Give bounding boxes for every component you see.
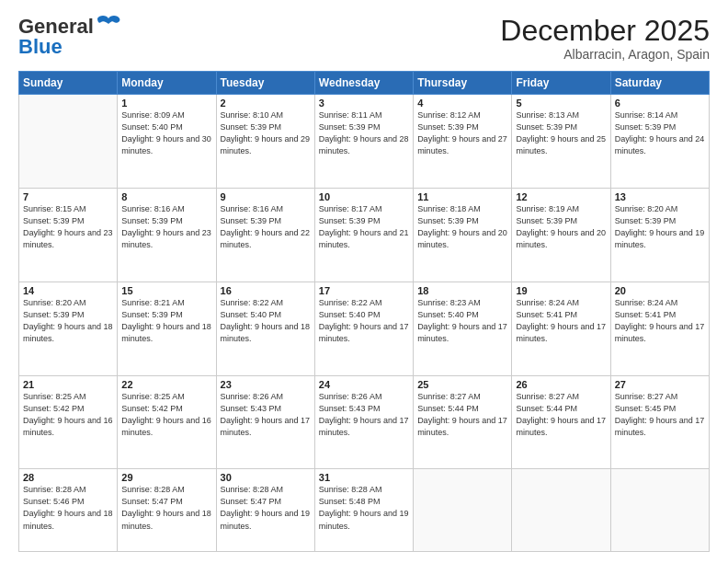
day-info: Sunrise: 8:24 AMSunset: 5:41 PMDaylight:… <box>516 297 606 345</box>
day-info: Sunrise: 8:23 AMSunset: 5:40 PMDaylight:… <box>417 297 507 345</box>
calendar-cell: 3Sunrise: 8:11 AMSunset: 5:39 PMDaylight… <box>314 95 413 189</box>
calendar-cell: 10Sunrise: 8:17 AMSunset: 5:39 PMDayligh… <box>314 188 413 282</box>
calendar-cell: 17Sunrise: 8:22 AMSunset: 5:40 PMDayligh… <box>314 282 413 375</box>
calendar-cell <box>414 469 512 552</box>
weekday-header: Sunday <box>19 72 118 95</box>
calendar-cell: 13Sunrise: 8:20 AMSunset: 5:39 PMDayligh… <box>610 188 709 282</box>
day-number: 17 <box>319 285 409 296</box>
calendar-week-row: 21Sunrise: 8:25 AMSunset: 5:42 PMDayligh… <box>19 375 710 469</box>
day-info: Sunrise: 8:17 AMSunset: 5:39 PMDaylight:… <box>319 203 409 251</box>
weekday-header: Monday <box>118 72 216 95</box>
calendar-cell: 24Sunrise: 8:26 AMSunset: 5:43 PMDayligh… <box>314 375 413 469</box>
day-number: 26 <box>516 379 606 390</box>
calendar-cell: 18Sunrise: 8:23 AMSunset: 5:40 PMDayligh… <box>414 282 512 375</box>
calendar-cell: 1Sunrise: 8:09 AMSunset: 5:40 PMDaylight… <box>118 95 216 189</box>
day-info: Sunrise: 8:19 AMSunset: 5:39 PMDaylight:… <box>516 203 606 251</box>
calendar-cell: 12Sunrise: 8:19 AMSunset: 5:39 PMDayligh… <box>512 188 610 282</box>
calendar-cell: 5Sunrise: 8:13 AMSunset: 5:39 PMDaylight… <box>512 95 610 189</box>
calendar-header-row: SundayMondayTuesdayWednesdayThursdayFrid… <box>19 72 710 95</box>
day-info: Sunrise: 8:28 AMSunset: 5:46 PMDaylight:… <box>23 484 113 532</box>
day-number: 2 <box>221 98 311 109</box>
day-info: Sunrise: 8:24 AMSunset: 5:41 PMDaylight:… <box>615 297 705 345</box>
calendar-cell: 11Sunrise: 8:18 AMSunset: 5:39 PMDayligh… <box>414 188 512 282</box>
day-info: Sunrise: 8:25 AMSunset: 5:42 PMDaylight:… <box>23 391 113 439</box>
weekday-header: Wednesday <box>314 72 413 95</box>
day-info: Sunrise: 8:22 AMSunset: 5:40 PMDaylight:… <box>319 297 409 345</box>
day-number: 1 <box>121 98 211 109</box>
calendar-cell: 8Sunrise: 8:16 AMSunset: 5:39 PMDaylight… <box>118 188 216 282</box>
header: General Blue December 2025 Albarracin, A… <box>18 15 710 62</box>
weekday-header: Thursday <box>414 72 512 95</box>
day-info: Sunrise: 8:09 AMSunset: 5:40 PMDaylight:… <box>121 109 211 157</box>
calendar-cell: 22Sunrise: 8:25 AMSunset: 5:42 PMDayligh… <box>118 375 216 469</box>
day-info: Sunrise: 8:14 AMSunset: 5:39 PMDaylight:… <box>615 109 705 157</box>
page: General Blue December 2025 Albarracin, A… <box>0 0 728 563</box>
calendar-week-row: 7Sunrise: 8:15 AMSunset: 5:39 PMDaylight… <box>19 188 710 282</box>
calendar-cell: 9Sunrise: 8:16 AMSunset: 5:39 PMDaylight… <box>216 188 314 282</box>
day-number: 18 <box>417 285 507 296</box>
day-number: 15 <box>121 285 211 296</box>
day-info: Sunrise: 8:18 AMSunset: 5:39 PMDaylight:… <box>417 203 507 251</box>
day-info: Sunrise: 8:28 AMSunset: 5:47 PMDaylight:… <box>221 484 311 532</box>
day-info: Sunrise: 8:12 AMSunset: 5:39 PMDaylight:… <box>417 109 507 157</box>
calendar-cell: 4Sunrise: 8:12 AMSunset: 5:39 PMDaylight… <box>414 95 512 189</box>
day-number: 25 <box>417 379 507 390</box>
calendar-cell: 21Sunrise: 8:25 AMSunset: 5:42 PMDayligh… <box>19 375 118 469</box>
day-info: Sunrise: 8:15 AMSunset: 5:39 PMDaylight:… <box>23 203 113 251</box>
day-info: Sunrise: 8:27 AMSunset: 5:45 PMDaylight:… <box>615 391 705 439</box>
calendar-week-row: 1Sunrise: 8:09 AMSunset: 5:40 PMDaylight… <box>19 95 710 189</box>
day-number: 22 <box>121 379 211 390</box>
logo: General Blue <box>18 15 121 59</box>
day-number: 9 <box>221 191 311 202</box>
calendar-cell: 6Sunrise: 8:14 AMSunset: 5:39 PMDaylight… <box>610 95 709 189</box>
calendar-cell: 23Sunrise: 8:26 AMSunset: 5:43 PMDayligh… <box>216 375 314 469</box>
day-number: 6 <box>615 98 705 109</box>
day-number: 5 <box>516 98 606 109</box>
calendar-cell: 27Sunrise: 8:27 AMSunset: 5:45 PMDayligh… <box>610 375 709 469</box>
title-area: December 2025 Albarracin, Aragon, Spain <box>500 15 710 62</box>
day-info: Sunrise: 8:28 AMSunset: 5:47 PMDaylight:… <box>121 484 211 532</box>
day-info: Sunrise: 8:28 AMSunset: 5:48 PMDaylight:… <box>319 484 409 532</box>
day-number: 23 <box>221 379 311 390</box>
calendar-cell: 29Sunrise: 8:28 AMSunset: 5:47 PMDayligh… <box>118 469 216 552</box>
day-number: 10 <box>319 191 409 202</box>
weekday-header: Friday <box>512 72 610 95</box>
logo-blue-text: Blue <box>18 35 63 59</box>
calendar-cell: 14Sunrise: 8:20 AMSunset: 5:39 PMDayligh… <box>19 282 118 375</box>
day-number: 28 <box>23 472 113 483</box>
calendar-cell: 25Sunrise: 8:27 AMSunset: 5:44 PMDayligh… <box>414 375 512 469</box>
day-info: Sunrise: 8:26 AMSunset: 5:43 PMDaylight:… <box>221 391 311 439</box>
day-info: Sunrise: 8:20 AMSunset: 5:39 PMDaylight:… <box>615 203 705 251</box>
day-number: 14 <box>23 285 113 296</box>
day-number: 13 <box>615 191 705 202</box>
day-number: 16 <box>221 285 311 296</box>
calendar-cell <box>512 469 610 552</box>
day-number: 8 <box>121 191 211 202</box>
subtitle: Albarracin, Aragon, Spain <box>500 47 710 62</box>
calendar-week-row: 14Sunrise: 8:20 AMSunset: 5:39 PMDayligh… <box>19 282 710 375</box>
day-number: 24 <box>319 379 409 390</box>
calendar-cell: 26Sunrise: 8:27 AMSunset: 5:44 PMDayligh… <box>512 375 610 469</box>
day-info: Sunrise: 8:27 AMSunset: 5:44 PMDaylight:… <box>516 391 606 439</box>
day-info: Sunrise: 8:10 AMSunset: 5:39 PMDaylight:… <box>221 109 311 157</box>
day-info: Sunrise: 8:22 AMSunset: 5:40 PMDaylight:… <box>221 297 311 345</box>
day-number: 30 <box>221 472 311 483</box>
day-number: 31 <box>319 472 409 483</box>
calendar-week-row: 28Sunrise: 8:28 AMSunset: 5:46 PMDayligh… <box>19 469 710 552</box>
day-number: 4 <box>417 98 507 109</box>
calendar-cell <box>19 95 118 189</box>
calendar-cell: 15Sunrise: 8:21 AMSunset: 5:39 PMDayligh… <box>118 282 216 375</box>
day-info: Sunrise: 8:26 AMSunset: 5:43 PMDaylight:… <box>319 391 409 439</box>
calendar-table: SundayMondayTuesdayWednesdayThursdayFrid… <box>18 71 710 552</box>
day-number: 3 <box>319 98 409 109</box>
month-title: December 2025 <box>500 15 710 47</box>
day-number: 20 <box>615 285 705 296</box>
day-number: 12 <box>516 191 606 202</box>
day-info: Sunrise: 8:20 AMSunset: 5:39 PMDaylight:… <box>23 297 113 345</box>
weekday-header: Saturday <box>610 72 709 95</box>
day-info: Sunrise: 8:16 AMSunset: 5:39 PMDaylight:… <box>121 203 211 251</box>
day-info: Sunrise: 8:21 AMSunset: 5:39 PMDaylight:… <box>121 297 211 345</box>
day-number: 19 <box>516 285 606 296</box>
calendar-cell: 7Sunrise: 8:15 AMSunset: 5:39 PMDaylight… <box>19 188 118 282</box>
calendar-cell: 28Sunrise: 8:28 AMSunset: 5:46 PMDayligh… <box>19 469 118 552</box>
